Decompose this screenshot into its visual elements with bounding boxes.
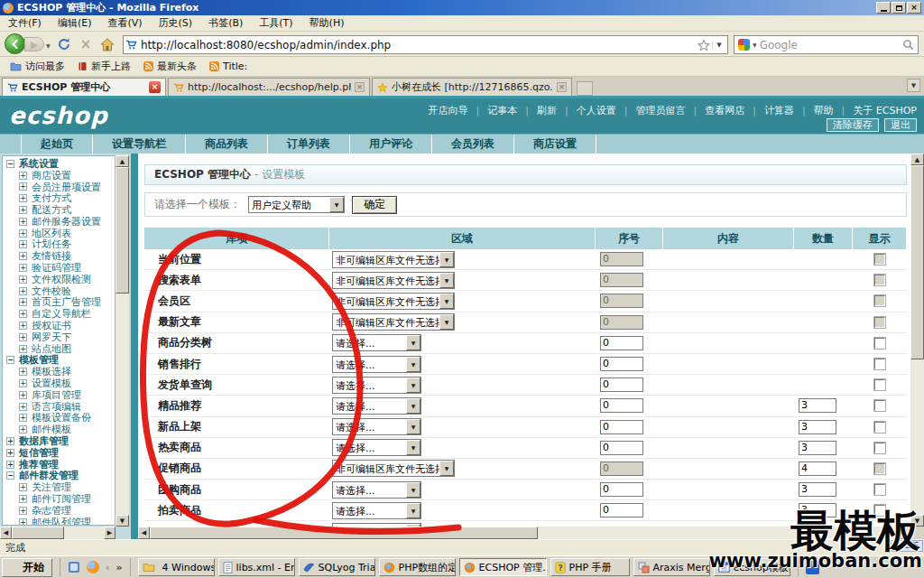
header-button-1[interactable]: 退出: [884, 118, 917, 132]
start-button[interactable]: 开始: [2, 558, 52, 577]
quantity-input[interactable]: 3: [799, 503, 836, 517]
show-checkbox[interactable]: [874, 379, 885, 390]
region-select[interactable]: 非可编辑区库文件无选择项▼: [332, 272, 455, 289]
header-link-4[interactable]: 管理员留言: [635, 104, 685, 117]
tree-expand-icon[interactable]: +: [19, 495, 27, 503]
sidebar-scroll-left-icon[interactable]: ◀: [0, 527, 12, 539]
main-scroll-left-icon[interactable]: ◀: [138, 527, 150, 539]
firefox-icon[interactable]: [87, 561, 99, 573]
tree-expand-icon[interactable]: +: [19, 345, 27, 353]
minimize-button[interactable]: [876, 2, 891, 14]
template-select[interactable]: 用户定义帮助 ▼: [248, 196, 345, 213]
chevron-down-icon[interactable]: ▼: [406, 398, 420, 414]
bookmark-item-3[interactable]: Title:: [203, 61, 254, 72]
list-all-tabs-button[interactable]: ▼: [907, 79, 920, 92]
menu-item-0[interactable]: 文件(F): [0, 14, 50, 32]
forward-button[interactable]: ▶: [24, 37, 44, 51]
stop-button[interactable]: ×: [78, 36, 94, 52]
url-text[interactable]: http://localhost:8080/ecshop/admin/index…: [137, 39, 696, 51]
main-scroll-up-icon[interactable]: ▲: [910, 154, 924, 165]
chevron-down-icon[interactable]: ▼: [406, 335, 420, 350]
tray-app-icon[interactable]: [806, 561, 819, 574]
taskbar-button-0[interactable]: 4 Windows E...▼: [138, 558, 215, 576]
tree-toggle-icon[interactable]: −: [6, 356, 14, 364]
restore-button[interactable]: [892, 2, 906, 14]
menu-item-1[interactable]: 编辑(E): [50, 14, 100, 32]
quantity-input[interactable]: 4: [799, 461, 836, 476]
bookmark-item-0[interactable]: 访问最多: [4, 60, 71, 73]
header-link-8[interactable]: 关于 ECSHOP: [853, 104, 917, 117]
region-select[interactable]: 非可编辑区库文件无选择项▼: [332, 313, 455, 331]
home-button[interactable]: [99, 36, 116, 52]
menu-item-4[interactable]: 书签(B): [200, 14, 251, 32]
chevron-down-icon[interactable]: ▼: [406, 378, 420, 393]
bookmark-item-1[interactable]: 新手上路: [71, 60, 137, 73]
nav-tab-3[interactable]: 订单列表: [268, 135, 350, 154]
region-select[interactable]: 非可编辑区库文件无选择项▼: [332, 293, 455, 310]
chevron-down-icon[interactable]: ▼: [439, 314, 454, 330]
nav-tab-5[interactable]: 会员列表: [432, 135, 514, 154]
tab-1[interactable]: http://localhost:.../ecshop/help.php×: [168, 78, 370, 96]
chevron-down-icon[interactable]: ▼: [439, 252, 454, 267]
tab-close-icon[interactable]: ×: [149, 81, 161, 93]
tree-expand-icon[interactable]: +: [19, 483, 27, 491]
sidebar-hscroll-thumb[interactable]: [12, 527, 64, 539]
sidebar-item-5-3[interactable]: +邮件队列管理: [6, 517, 115, 526]
order-input[interactable]: 0: [600, 357, 643, 371]
region-select[interactable]: 非可编辑区库文件无选择项▼: [332, 460, 455, 477]
region-select[interactable]: 请选择...▼: [332, 418, 421, 435]
tree-toggle-icon[interactable]: −: [6, 471, 14, 480]
chevron-down-icon[interactable]: ▼: [406, 357, 420, 372]
tree-expand-icon[interactable]: +: [19, 172, 27, 180]
region-select[interactable]: 请选择...▼: [332, 397, 421, 415]
nav-tab-4[interactable]: 用户评论: [350, 135, 432, 154]
search-box[interactable]: ▼ Google: [734, 35, 919, 54]
tree-expand-icon[interactable]: +: [19, 287, 27, 295]
main-scroll-down-icon[interactable]: ▼: [910, 515, 924, 527]
tree-toggle-icon[interactable]: +: [6, 461, 14, 469]
menu-item-3[interactable]: 历史(S): [151, 14, 201, 32]
taskbar-button-2[interactable]: SQLyog Trial - ...: [299, 558, 375, 576]
order-input[interactable]: 0: [600, 482, 643, 497]
region-select[interactable]: 请选择...▼: [332, 439, 421, 456]
header-link-2[interactable]: 刷新: [537, 104, 557, 117]
order-input[interactable]: 0: [600, 420, 643, 434]
tab-close-icon[interactable]: ×: [557, 82, 567, 92]
tree-expand-icon[interactable]: +: [19, 194, 27, 202]
sidebar-vscroll-thumb[interactable]: [116, 167, 129, 294]
history-dropdown-icon[interactable]: ▼: [46, 42, 51, 49]
sidebar-scroll-right-icon[interactable]: ▶: [104, 527, 116, 539]
show-checkbox[interactable]: [874, 505, 885, 516]
back-button[interactable]: [5, 33, 25, 54]
tree-expand-icon[interactable]: +: [19, 298, 27, 306]
refresh-button[interactable]: [56, 36, 72, 52]
tree-expand-icon[interactable]: +: [19, 218, 27, 226]
show-checkbox[interactable]: [874, 443, 885, 453]
sidebar-scroll-up-icon[interactable]: ▲: [116, 155, 129, 167]
bookmark-star-icon[interactable]: [696, 39, 712, 51]
tree-expand-icon[interactable]: +: [19, 333, 27, 341]
order-input[interactable]: 0: [600, 503, 643, 517]
tree-expand-icon[interactable]: +: [19, 507, 27, 515]
url-dropdown-icon[interactable]: ▼: [712, 42, 725, 49]
menu-item-5[interactable]: 工具(T): [251, 14, 300, 32]
tab-close-icon[interactable]: ×: [355, 82, 365, 92]
taskbar-button-6[interactable]: Araxis Merge -...: [633, 558, 710, 576]
bookmark-item-2[interactable]: 最新头条: [137, 60, 203, 73]
tree-expand-icon[interactable]: +: [19, 264, 27, 272]
quantity-input[interactable]: 3: [799, 420, 836, 434]
taskbar-button-7[interactable]: 图ecshop模板制...: [714, 558, 790, 576]
main-hscroll-thumb[interactable]: [150, 527, 538, 539]
header-link-6[interactable]: 计算器: [764, 104, 794, 117]
header-link-1[interactable]: 记事本: [487, 104, 517, 117]
chevron-down-icon[interactable]: ▼: [406, 419, 420, 434]
taskbar-button-4[interactable]: ECSHOP 管理...: [459, 558, 547, 576]
magnifier-icon[interactable]: [902, 39, 914, 51]
menu-item-2[interactable]: 查看(V): [99, 14, 150, 32]
tree-expand-icon[interactable]: +: [19, 252, 27, 260]
show-checkbox[interactable]: [874, 338, 885, 349]
tree-expand-icon[interactable]: +: [19, 206, 27, 214]
chevron-down-icon[interactable]: ▼: [439, 294, 454, 309]
tree-expand-icon[interactable]: +: [19, 518, 27, 526]
close-button[interactable]: ×: [907, 2, 921, 14]
